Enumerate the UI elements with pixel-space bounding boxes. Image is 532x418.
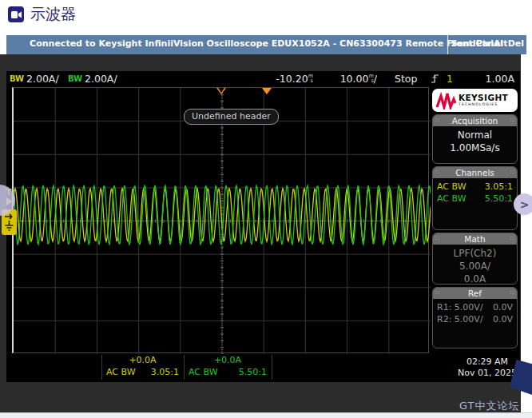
- acquisition-mode: Normal: [437, 129, 513, 141]
- drag-grip-icon: ∷: [435, 167, 438, 178]
- time-reference-marker-icon[interactable]: [216, 88, 226, 94]
- sample-rate: 1.00MSa/s: [437, 141, 513, 154]
- math-function: LPF(Ch2): [437, 247, 513, 260]
- divider: [272, 355, 272, 380]
- time-position-unit: ms: [308, 74, 313, 83]
- timebase-readout[interactable]: 10.00ms/: [324, 73, 377, 85]
- time-position-readout[interactable]: -10.20ms: [264, 73, 313, 85]
- ch2-offset: +0.0A: [184, 354, 272, 366]
- sidebar: KEYSIGHT TECHNOLOGIES ∷Acquisition∷ Norm…: [432, 89, 518, 351]
- page-title: 示波器: [30, 4, 76, 25]
- ch1-status-block[interactable]: +0.0A AC BW3.05:1: [101, 354, 184, 378]
- ch1-bw-indicator: BW: [10, 74, 24, 83]
- remote-connection-title: Connected to Keysight InfiniiVision Osci…: [6, 38, 526, 49]
- ch2-status-block[interactable]: +0.0A AC BW5.50:1: [184, 354, 272, 378]
- keysight-spark-icon: [435, 92, 456, 109]
- ch2-bw-indicator: BW: [68, 74, 82, 83]
- status-bar: +0.0A AC BW3.05:1 +0.0A AC BW5.50:1 02:2…: [12, 354, 518, 381]
- separator: [447, 35, 448, 54]
- acquisition-panel-header[interactable]: ∷Acquisition∷: [433, 115, 517, 126]
- logo-brand-text: KEYSIGHT: [459, 94, 508, 102]
- acquisition-panel: ∷Acquisition∷ Normal 1.00MSa/s: [432, 114, 518, 164]
- chevron-right-icon: >: [520, 198, 530, 211]
- channels-panel: ∷Channels∷ AC BW3.05:1 AC BW5.50:1: [432, 166, 518, 230]
- math-panel: ∷Math∷ LPF(Ch2) 5.00A/ 0.0A: [432, 233, 518, 285]
- drag-grip-icon: ∷: [510, 167, 513, 178]
- ref-panel: ∷Ref∷ R1: 5.00V/ 0.0V R2: 5.00V/ 0.0V: [432, 287, 518, 348]
- right-edge-chevron-button[interactable]: >: [514, 193, 532, 215]
- oscilloscope-display: BW 2.00A/ BW 2.00A/ -10.20ms 10.00ms/ St…: [6, 71, 520, 382]
- trigger-source-readout[interactable]: 1: [447, 73, 453, 85]
- ref-panel-header[interactable]: ∷Ref∷: [433, 288, 517, 299]
- ch1-probe-ratio: 3.05:1: [151, 366, 179, 378]
- ch1-offset: +0.0A: [101, 354, 184, 366]
- drag-grip-icon: ∷: [435, 115, 438, 126]
- remote-connection-bar: Connected to Keysight InfiniiVision Osci…: [6, 35, 526, 54]
- waveform-plot: [14, 88, 431, 354]
- trigger-position-marker-icon[interactable]: [262, 88, 272, 94]
- remote-front-panel: BW 2.00A/ BW 2.00A/ -10.20ms 10.00ms/ St…: [0, 54, 521, 412]
- trigger-level-readout[interactable]: 1.00A: [470, 73, 514, 85]
- channel2-row[interactable]: AC BW5.50:1: [437, 193, 513, 205]
- channels-panel-header[interactable]: ∷Channels∷: [433, 167, 517, 178]
- screen: 示波器 Connected to Keysight InfiniiVision …: [0, 0, 532, 418]
- math-offset: 0.0A: [437, 273, 513, 285]
- bottom-strip: [0, 412, 532, 418]
- ch1-scale-readout[interactable]: 2.00A/: [26, 73, 59, 85]
- drag-grip-icon: ∷: [435, 233, 438, 245]
- ref1-row[interactable]: R1: 5.00V/ 0.0V: [437, 301, 513, 313]
- send-ctrl-alt-del-button[interactable]: SendCtrlAltDel: [451, 38, 524, 49]
- channel1-row[interactable]: AC BW3.05:1: [437, 181, 513, 193]
- math-panel-header[interactable]: ∷Math∷: [433, 233, 517, 245]
- drag-grip-icon: ∷: [510, 115, 513, 126]
- drag-grip-icon: ∷: [435, 288, 438, 299]
- math-scale: 5.00A/: [437, 260, 513, 273]
- drag-grip-icon: ∷: [510, 233, 513, 245]
- keysight-logo: KEYSIGHT TECHNOLOGIES: [432, 89, 518, 112]
- undefined-header-tooltip: Undefined header: [184, 109, 279, 125]
- logo-sub-text: TECHNOLOGIES: [459, 102, 508, 107]
- waveform-graticule[interactable]: Undefined header: [12, 87, 429, 353]
- run-state-readout[interactable]: Stop: [395, 73, 417, 85]
- ref2-row[interactable]: R2: 5.00V/ 0.0V: [437, 313, 513, 325]
- ch2-probe-ratio: 5.50:1: [239, 366, 267, 378]
- trigger-edge-icon: [431, 74, 439, 86]
- ch2-scale-readout[interactable]: 2.00A/: [85, 73, 117, 85]
- watermark-text: GT中文论坛: [459, 399, 520, 413]
- drag-grip-icon: ∷: [510, 288, 513, 299]
- video-camera-icon: [8, 6, 24, 22]
